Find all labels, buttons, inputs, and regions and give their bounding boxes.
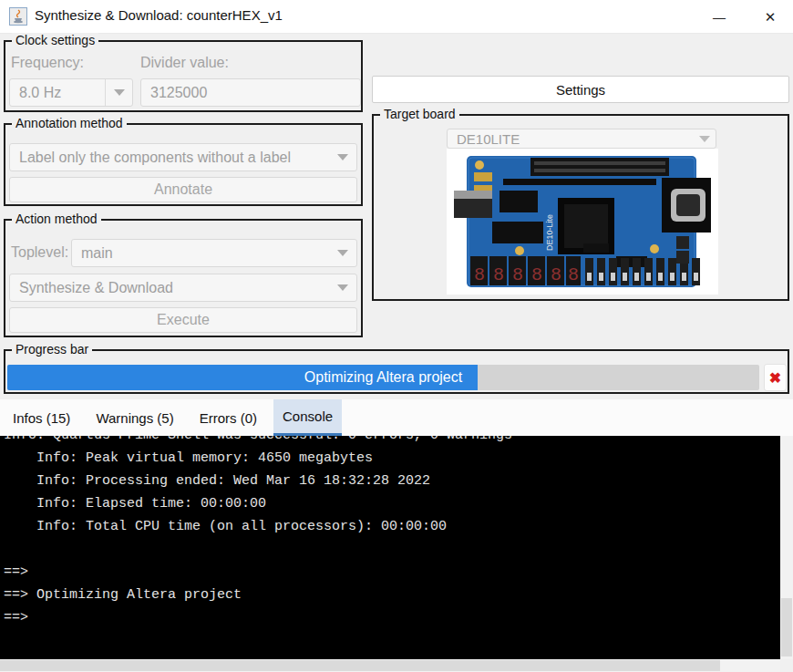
svg-text:8: 8 [474,264,485,285]
action-method-group: Action method Toplevel: main Synthesize … [4,219,363,337]
action-select[interactable]: Synthesize & Download [9,274,357,302]
horizontal-scrollbar-thumb[interactable] [0,660,720,671]
target-board-image: DE10-Lite 888 888 [447,149,718,295]
annotation-method-group: Annotation method Label only the compone… [4,123,363,206]
tab-infos[interactable]: Infos (15) [4,399,79,436]
progress-status-text: Optimizing Altera project [7,365,759,390]
target-board-legend: Target board [380,107,459,121]
window-title: Synthesize & Download: counterHEX_v1 [35,7,283,23]
console-output: Info: Quartus Prime Shell was successful… [4,436,780,629]
dropdown-arrow-icon [105,79,132,106]
close-button[interactable]: ✕ [749,0,791,34]
svg-text:8: 8 [531,264,542,285]
console-vertical-scrollbar[interactable] [780,436,793,659]
app-window: Synthesize & Download: counterHEX_v1 — ✕… [0,0,793,672]
execute-button[interactable]: Execute [9,307,357,333]
board-select[interactable]: DE10LITE [447,129,716,149]
tab-warnings[interactable]: Warnings (5) [87,399,182,436]
dropdown-arrow-icon [694,129,716,148]
dropdown-arrow-icon [329,274,356,301]
console-panel: Info: Quartus Prime Shell was successful… [0,436,780,659]
divider-value-field[interactable] [140,78,361,107]
scrollbar-corner [780,659,793,672]
svg-text:8: 8 [512,264,523,285]
board-select-value: DE10LITE [457,131,520,147]
frequency-select-value: 8.0 Hz [19,85,61,101]
action-select-value: Synthesize & Download [19,280,173,296]
annotate-button[interactable]: Annotate [9,177,357,202]
svg-text:8: 8 [493,264,504,285]
dropdown-arrow-icon [329,240,356,266]
clock-settings-group: Clock settings Frequency: Divider value:… [4,40,363,112]
settings-button[interactable]: Settings [372,76,789,103]
action-method-legend: Action method [12,212,101,226]
dropdown-arrow-icon [329,144,356,171]
cancel-x-icon: ✖ [769,369,781,387]
svg-text:DE10-Lite: DE10-Lite [545,214,554,251]
toplevel-select[interactable]: main [71,239,357,267]
log-tab-bar: Infos (15) Warnings (5) Errors (0) Conso… [0,399,793,436]
annotation-method-value: Label only the components without a labe… [19,150,291,166]
minimize-button[interactable]: — [698,0,740,34]
progress-bar-legend: Progress bar [12,342,92,357]
divider-label: Divider value: [140,55,229,71]
title-bar: Synthesize & Download: counterHEX_v1 — ✕ [0,0,793,34]
frequency-label: Frequency: [11,55,84,71]
annotation-method-select[interactable]: Label only the components without a labe… [9,143,357,171]
tab-console[interactable]: Console [273,399,342,436]
clock-settings-legend: Clock settings [12,33,98,47]
progress-bar: Optimizing Altera project [7,365,759,390]
tab-errors[interactable]: Errors (0) [191,399,266,436]
vertical-scrollbar-thumb[interactable] [781,598,792,656]
console-horizontal-scrollbar[interactable] [0,659,780,672]
svg-text:8: 8 [568,264,579,285]
frequency-select[interactable]: 8.0 Hz [9,78,133,107]
cancel-button[interactable]: ✖ [764,364,787,391]
toplevel-value: main [81,245,113,262]
annotation-method-legend: Annotation method [12,116,127,130]
svg-text:8: 8 [551,264,561,285]
java-app-icon [9,7,27,26]
toplevel-label: Toplevel: [11,244,68,261]
